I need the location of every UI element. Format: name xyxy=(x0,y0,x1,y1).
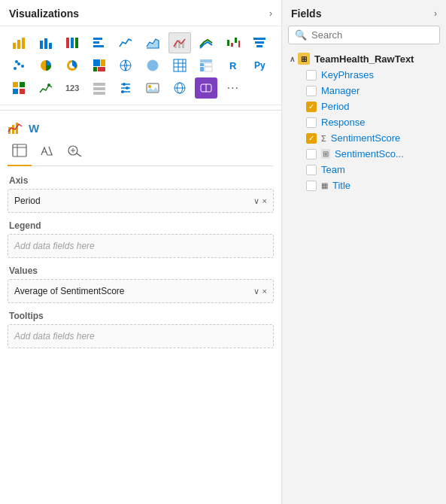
viz-ribbon-chart[interactable] xyxy=(195,32,217,53)
build-tabs xyxy=(8,141,274,166)
visualizations-panel: Visualizations › xyxy=(0,0,282,504)
sigma-icon: Σ xyxy=(321,134,326,143)
viz-treemap[interactable] xyxy=(88,55,111,76)
axis-well[interactable]: Period ∨ × xyxy=(8,189,274,213)
table-header-teamhealth[interactable]: ∧ ⊞ TeamHealth_RawText xyxy=(285,50,443,67)
svg-rect-45 xyxy=(205,67,212,71)
field-checkbox-title[interactable] xyxy=(306,181,317,191)
table-node-teamhealth: ∧ ⊞ TeamHealth_RawText KeyPhrases Manage… xyxy=(285,50,443,193)
svg-rect-20 xyxy=(255,41,264,44)
list-item[interactable]: ⊞ SentimentSco... xyxy=(285,146,443,162)
axis-expand-icon[interactable]: ∨ xyxy=(253,196,259,206)
values-well[interactable]: Average of SentimentScore ∨ × xyxy=(8,279,274,303)
viz-horizontal-bar[interactable] xyxy=(88,32,111,53)
table-field-icon: ⊞ xyxy=(321,149,330,159)
svg-rect-44 xyxy=(200,67,204,71)
axis-field-value: Period xyxy=(14,196,41,206)
values-expand-icon[interactable]: ∨ xyxy=(253,287,259,296)
svg-point-59 xyxy=(121,90,124,93)
viz-panel-expand-icon[interactable]: › xyxy=(269,8,272,19)
tab-format[interactable] xyxy=(35,141,59,162)
values-label: Values xyxy=(8,266,274,276)
viz-globe[interactable] xyxy=(168,77,191,99)
values-field-actions: ∨ × xyxy=(253,287,267,296)
svg-rect-53 xyxy=(93,92,105,95)
svg-rect-21 xyxy=(256,45,262,47)
viz-table[interactable] xyxy=(168,55,191,76)
field-checkbox-sentimentscore[interactable]: ✓ xyxy=(306,133,317,144)
tooltips-placeholder: Add data fields here xyxy=(14,331,95,342)
svg-rect-32 xyxy=(98,67,105,71)
axis-label: Axis xyxy=(8,175,274,186)
viz-custom[interactable] xyxy=(8,77,30,99)
viz-python[interactable]: Py xyxy=(248,55,271,76)
viz-r-visual[interactable]: R xyxy=(222,55,244,76)
tooltips-well[interactable]: Add data fields here xyxy=(8,324,274,348)
field-name-sentimentscore: SentimentScore xyxy=(331,132,401,144)
svg-point-61 xyxy=(148,85,151,88)
viz-scatter[interactable] xyxy=(8,55,30,76)
field-checkbox-keyphrases[interactable] xyxy=(306,70,317,80)
viz-funnel[interactable] xyxy=(248,32,271,53)
list-item[interactable]: KeyPhrases xyxy=(285,67,443,83)
viz-multirow-card[interactable] xyxy=(88,77,111,99)
legend-section: Legend Add data fields here xyxy=(8,220,274,258)
svg-rect-16 xyxy=(231,43,233,47)
values-remove-icon[interactable]: × xyxy=(262,287,267,296)
viz-line-chart[interactable] xyxy=(114,32,137,53)
viz-area-chart[interactable] xyxy=(141,32,164,53)
axis-remove-icon[interactable]: × xyxy=(262,196,267,206)
table-type-icon: ⊞ xyxy=(298,53,310,65)
legend-well[interactable]: Add data fields here xyxy=(8,234,274,258)
viz-panel-title: Visualizations xyxy=(9,8,79,20)
list-item[interactable]: Response xyxy=(285,114,443,130)
svg-rect-51 xyxy=(93,83,105,86)
viz-matrix[interactable] xyxy=(195,55,217,76)
tab-analytics[interactable] xyxy=(62,141,87,162)
fields-panel-header: Fields › xyxy=(282,0,446,26)
svg-rect-36 xyxy=(174,59,186,71)
viz-pie[interactable] xyxy=(35,55,57,76)
field-checkbox-response[interactable] xyxy=(306,117,317,128)
svg-rect-29 xyxy=(93,59,100,66)
list-item[interactable]: ▦ Title xyxy=(285,178,443,193)
table-name: TeamHealth_RawText xyxy=(314,53,414,65)
viz-more[interactable]: ··· xyxy=(222,77,244,99)
viz-image[interactable] xyxy=(141,77,164,99)
svg-point-50 xyxy=(47,83,50,87)
fields-panel-expand-icon[interactable]: › xyxy=(434,8,437,19)
list-item[interactable]: ✓ Σ SentimentScore xyxy=(285,130,443,146)
viz-custom-visual[interactable] xyxy=(195,77,217,99)
legend-placeholder: Add data fields here xyxy=(14,241,95,251)
list-item[interactable]: Manager xyxy=(285,83,443,99)
viz-kpi[interactable] xyxy=(35,77,57,99)
field-checkbox-team[interactable] xyxy=(306,165,317,175)
viz-line-clustered[interactable] xyxy=(168,32,191,53)
values-field-pill: Average of SentimentScore ∨ × xyxy=(14,286,267,296)
build-visual-icon xyxy=(8,121,23,135)
field-checkbox-period[interactable]: ✓ xyxy=(306,102,317,112)
viz-card[interactable]: 123 xyxy=(61,77,83,99)
field-checkbox-manager[interactable] xyxy=(306,86,317,96)
build-w-icon: W xyxy=(29,122,39,135)
svg-rect-19 xyxy=(253,38,265,40)
fields-search-box[interactable]: 🔍 xyxy=(288,26,440,44)
viz-bar-chart[interactable] xyxy=(35,32,57,53)
fields-search-input[interactable] xyxy=(311,29,433,41)
svg-rect-49 xyxy=(20,89,25,94)
tab-fields[interactable] xyxy=(8,141,32,162)
field-checkbox-sentimentscotable[interactable] xyxy=(306,149,317,159)
list-item[interactable]: ✓ Period xyxy=(285,99,443,114)
viz-filled-map[interactable] xyxy=(141,55,164,76)
axis-section: Axis Period ∨ × xyxy=(8,175,274,213)
list-item[interactable]: Team xyxy=(285,162,443,178)
viz-slicer[interactable] xyxy=(114,77,137,99)
viz-100pct-bar[interactable] xyxy=(61,32,83,53)
svg-rect-11 xyxy=(93,45,104,47)
viz-donut[interactable] xyxy=(61,55,83,76)
viz-waterfall[interactable] xyxy=(222,32,244,53)
svg-rect-48 xyxy=(13,89,18,94)
viz-stacked-bar[interactable] xyxy=(8,32,30,53)
values-field-value: Average of SentimentScore xyxy=(14,286,125,296)
viz-map[interactable] xyxy=(114,55,137,76)
